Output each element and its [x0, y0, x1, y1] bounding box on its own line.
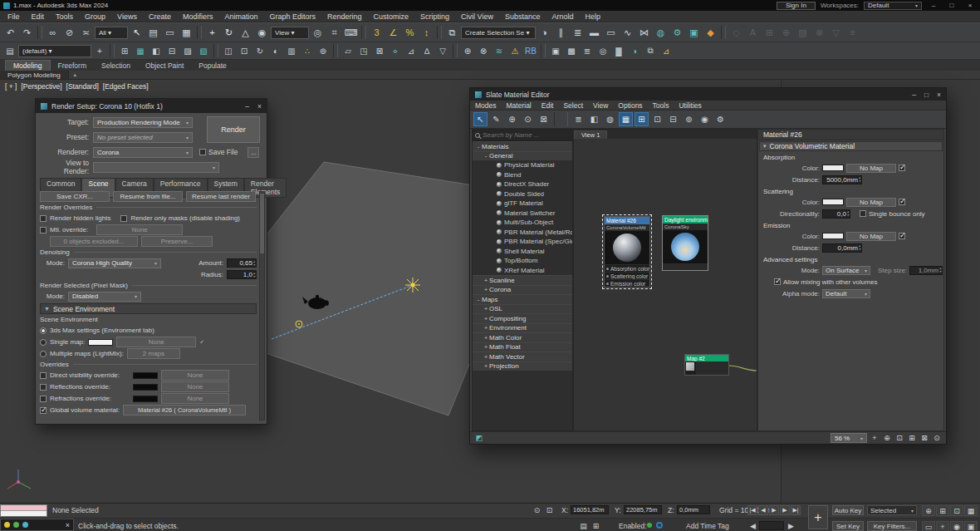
single-bounce-checkbox[interactable]: [860, 210, 866, 217]
minimize-button[interactable]: –: [927, 2, 940, 9]
browser-tree-item[interactable]: + Compositing: [473, 313, 572, 323]
tree-expander-icon[interactable]: +: [483, 362, 489, 370]
parallelogram-icon[interactable]: ▱: [341, 44, 355, 58]
zoom-region-icon[interactable]: ▭: [922, 521, 935, 531]
target-icon[interactable]: ◎: [595, 44, 610, 58]
ring-icon[interactable]: ⊚: [316, 44, 331, 58]
menu-item[interactable]: Scripting: [414, 12, 455, 21]
browser-tree-item[interactable]: Multi/Sub-Object: [473, 218, 572, 228]
node-slot[interactable]: [663, 263, 708, 270]
material-search-input[interactable]: [483, 131, 566, 139]
browser-tree-item[interactable]: glTF Material: [473, 199, 572, 209]
pixel-mask-mode-dropdown[interactable]: Disabled▾: [68, 292, 141, 302]
zoom-extents-all-icon[interactable]: ▦: [964, 505, 978, 516]
previous-key-icon[interactable]: ◀: [747, 521, 758, 531]
tree-expander-icon[interactable]: +: [483, 315, 489, 322]
ribbon-collapse-icon[interactable]: ▴: [74, 71, 77, 78]
snaps-toggle-icon[interactable]: 3: [369, 25, 385, 41]
browser-tree-item[interactable]: PBR Material (Metal/Rou...: [473, 228, 572, 238]
corona-volumetric-rollout[interactable]: ▾ Corona Volumetric Material: [759, 141, 943, 151]
triangle-icon[interactable]: ⊿: [404, 44, 419, 58]
add-time-tag[interactable]: Add Time Tag: [686, 522, 729, 530]
tree-expander-icon[interactable]: +: [483, 343, 489, 351]
refractions-color-swatch[interactable]: [133, 396, 158, 402]
adaptive-degradation-icon[interactable]: [656, 522, 663, 529]
viewport-label-item[interactable]: [Standard]: [66, 82, 99, 91]
delta-icon[interactable]: ∆: [419, 44, 434, 58]
browser-tree-item[interactable]: - Materials: [473, 141, 572, 151]
menu-item[interactable]: Civil View: [455, 12, 499, 21]
denoise-radius-spinner[interactable]: 1,0▴▾: [227, 270, 257, 279]
node-slot[interactable]: Scattering color: [605, 272, 649, 279]
slate-menu-item[interactable]: Options: [613, 101, 647, 110]
arnold-render-icon[interactable]: A: [745, 25, 761, 41]
maxscript-mini-listener[interactable]: [0, 504, 47, 517]
node-header[interactable]: Map #2: [685, 355, 728, 361]
add-icon[interactable]: +: [808, 505, 828, 529]
reflections-override-checkbox[interactable]: [40, 384, 47, 391]
boxed-plus-icon[interactable]: ⊞: [117, 44, 132, 58]
close-icon[interactable]: ×: [257, 102, 262, 111]
chart-icon[interactable]: ⊿: [659, 44, 674, 58]
scene-environment-rollout[interactable]: ▼ Scene Environment: [40, 303, 257, 314]
substance-icon[interactable]: ▨: [795, 25, 811, 41]
circled-plus-icon[interactable]: ⊕: [460, 44, 475, 58]
target-dropdown[interactable]: Production Rendering Mode▾: [93, 117, 193, 128]
notification-icon-3[interactable]: [22, 522, 28, 528]
pan-to-selected-icon[interactable]: ⊙: [931, 433, 943, 444]
select-and-scale-icon[interactable]: △: [238, 25, 253, 41]
delete-selected-icon[interactable]: ⊠: [537, 112, 551, 126]
active-layer-dropdown[interactable]: (default) ▾: [18, 45, 91, 57]
material-preview-toggle-icon[interactable]: ◩: [473, 433, 485, 444]
reflections-none-button[interactable]: None: [161, 381, 229, 392]
render-production-icon[interactable]: ◆: [703, 25, 718, 41]
env-3dsmax-settings-radio[interactable]: [40, 327, 47, 334]
zoom-percent-dropdown[interactable]: 56 %▾: [831, 433, 867, 443]
render-setup-icon[interactable]: ⚙: [669, 25, 685, 41]
browser-tree-item[interactable]: Material Switcher: [473, 209, 572, 219]
render-button[interactable]: Render: [207, 116, 260, 143]
selection-lock-icon[interactable]: ⊡: [544, 505, 555, 515]
rendered-frame-window-icon[interactable]: ▣: [686, 25, 702, 41]
tree-expander-icon[interactable]: +: [483, 277, 489, 284]
tree-expander-icon[interactable]: -: [475, 143, 482, 150]
map-enable-check-icon[interactable]: ✓: [199, 339, 204, 346]
preserve-button[interactable]: Preserve...: [141, 236, 213, 247]
scattering-map-button[interactable]: No Map: [846, 198, 896, 207]
zoom-tool-icon[interactable]: ⊕: [881, 433, 893, 444]
go-to-end-icon[interactable]: ▶|: [791, 505, 801, 515]
named-selection-sets-dropdown[interactable]: Create Selection Se ▾: [461, 27, 536, 39]
render-setup-scrollbar[interactable]: [259, 191, 265, 420]
browser-tree-item[interactable]: Physical Material: [473, 160, 572, 170]
node-canvas[interactable]: Material #26 CoronaVolumeMtl Absorption …: [574, 139, 757, 430]
env-single-map-radio[interactable]: [40, 339, 47, 346]
browser-tree-item[interactable]: Double Sided: [473, 189, 572, 199]
scene-converter-icon[interactable]: ⊗: [811, 25, 827, 41]
help-search-icon[interactable]: ≡: [845, 25, 860, 41]
minimize-icon[interactable]: –: [245, 102, 249, 111]
tree-expander-icon[interactable]: +: [483, 286, 489, 293]
previous-frame-icon[interactable]: ◀: [758, 505, 768, 515]
waves-icon[interactable]: ≋: [492, 44, 507, 58]
emission-color-swatch[interactable]: [822, 233, 844, 239]
toggle-ribbon-icon[interactable]: ▭: [603, 25, 619, 41]
emission-map-checkbox[interactable]: [899, 233, 905, 239]
material-id-channel-icon[interactable]: ◉: [698, 112, 712, 126]
tree-expander-icon[interactable]: +: [483, 324, 489, 332]
zoom-region-tool-icon[interactable]: ⊡: [894, 433, 905, 444]
socket-icon[interactable]: [606, 268, 609, 270]
select-object-icon[interactable]: ↖: [129, 25, 145, 41]
refresh-icon[interactable]: ↻: [252, 44, 267, 58]
excluded-objects-button[interactable]: 0 objects excluded...: [50, 236, 138, 247]
boxed-x-icon[interactable]: ⊠: [372, 44, 387, 58]
absorption-color-swatch[interactable]: [822, 165, 844, 171]
node-slot[interactable]: [696, 361, 728, 368]
assign-material-to-selection-icon[interactable]: ⊙: [521, 112, 535, 126]
select-by-name-icon[interactable]: ▤: [145, 25, 161, 41]
layer-manager-icon[interactable]: ▤: [2, 44, 17, 58]
current-frame-field[interactable]: [759, 521, 784, 530]
sign-in-button[interactable]: Sign In: [777, 2, 816, 10]
hide-unused-nodeslots-icon[interactable]: ◧: [587, 112, 601, 126]
node-header[interactable]: Material #26: [605, 217, 649, 224]
diagonal-square-icon[interactable]: ▧: [196, 44, 211, 58]
